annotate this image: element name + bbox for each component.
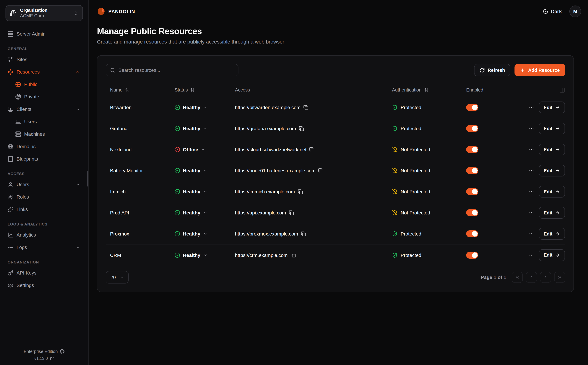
sidebar-scrollbar-thumb[interactable] bbox=[87, 171, 88, 186]
auth-status: Not Protected bbox=[392, 189, 430, 194]
sidebar-item-resources[interactable]: Resources bbox=[6, 66, 83, 78]
next-page-button[interactable] bbox=[540, 272, 551, 283]
sidebar-item-clients[interactable]: Clients bbox=[6, 103, 83, 115]
avatar[interactable]: M bbox=[569, 6, 581, 17]
enabled-toggle[interactable] bbox=[466, 104, 478, 111]
column-visibility-button[interactable] bbox=[559, 87, 565, 93]
edit-button[interactable]: Edit bbox=[539, 186, 565, 197]
resource-url[interactable]: https://cloud.schwartznetwork.net bbox=[235, 147, 307, 152]
resource-url[interactable]: https://node01.batteries.example.com bbox=[235, 168, 315, 173]
row-menu-button[interactable] bbox=[528, 168, 534, 173]
column-label: Enabled bbox=[466, 87, 483, 92]
column-header-name[interactable]: Name bbox=[106, 87, 170, 92]
resource-url[interactable]: https://grafana.example.com bbox=[235, 126, 296, 131]
sidebar-item-domains[interactable]: Domains bbox=[6, 140, 83, 152]
sidebar-item-blueprints[interactable]: Blueprints bbox=[6, 153, 83, 165]
sidebar-item-users[interactable]: Users bbox=[6, 116, 83, 127]
enabled-toggle[interactable] bbox=[466, 167, 478, 174]
copy-url-button[interactable] bbox=[299, 126, 304, 131]
status-label: Offline bbox=[183, 147, 198, 152]
brand[interactable]: PANGOLIN bbox=[97, 7, 135, 15]
status-dropdown[interactable]: Healthy bbox=[175, 189, 207, 194]
org-switcher-value: ACME Corp. bbox=[20, 13, 70, 19]
status-dropdown[interactable]: Healthy bbox=[175, 168, 207, 173]
sidebar-item-machines[interactable]: Machines bbox=[6, 128, 83, 140]
sidebar-item-label: Analytics bbox=[17, 232, 80, 238]
edit-label: Edit bbox=[544, 231, 553, 236]
resource-url[interactable]: https://proxmox.example.com bbox=[235, 231, 298, 237]
edition-label: Enterprise Edition bbox=[24, 349, 58, 354]
edition-link[interactable]: Enterprise Edition bbox=[0, 349, 88, 354]
edit-button[interactable]: Edit bbox=[539, 228, 565, 240]
edit-button[interactable]: Edit bbox=[539, 249, 565, 261]
resource-url[interactable]: https://api.example.com bbox=[235, 210, 286, 216]
sidebar-item-sites[interactable]: Sites bbox=[6, 54, 83, 65]
page-size-select[interactable]: 20 bbox=[106, 271, 129, 283]
edit-button[interactable]: Edit bbox=[539, 165, 565, 176]
enabled-toggle[interactable] bbox=[466, 188, 478, 195]
page-info: Page 1 of 1 bbox=[481, 274, 506, 280]
sidebar-item-public[interactable]: Public bbox=[6, 78, 83, 90]
copy-url-button[interactable] bbox=[309, 147, 314, 152]
edit-button[interactable]: Edit bbox=[539, 123, 565, 134]
chevron-down-icon bbox=[203, 232, 207, 236]
copy-url-button[interactable] bbox=[289, 210, 294, 215]
status-dropdown[interactable]: Healthy bbox=[175, 252, 207, 258]
arrow-right-icon bbox=[555, 210, 560, 215]
resource-url[interactable]: https://bitwarden.example.com bbox=[235, 105, 301, 110]
enabled-toggle[interactable] bbox=[466, 230, 478, 237]
status-dropdown[interactable]: Offline bbox=[175, 147, 205, 152]
copy-url-button[interactable] bbox=[301, 231, 306, 236]
sidebar-item-users[interactable]: Users bbox=[6, 179, 83, 190]
resource-url[interactable]: https://crm.example.com bbox=[235, 252, 288, 258]
first-page-button[interactable] bbox=[512, 272, 523, 283]
sidebar-item-links[interactable]: Links bbox=[6, 204, 83, 215]
row-menu-button[interactable] bbox=[528, 147, 534, 152]
status-healthy-icon bbox=[175, 231, 180, 237]
org-switcher[interactable]: Organization ACME Corp. bbox=[6, 5, 83, 21]
sidebar-item-server-admin[interactable]: Server Admin bbox=[6, 28, 83, 40]
enabled-toggle[interactable] bbox=[466, 209, 478, 216]
status-dropdown[interactable]: Healthy bbox=[175, 126, 207, 131]
table-row-nextcloud: NextcloudOfflinehttps://cloud.schwartzne… bbox=[106, 139, 565, 160]
version-link[interactable]: v1.13.0 bbox=[0, 356, 88, 361]
resource-url[interactable]: https://immich.example.com bbox=[235, 189, 295, 194]
column-header-status[interactable]: Status bbox=[170, 87, 231, 92]
enabled-toggle[interactable] bbox=[466, 252, 478, 259]
copy-url-button[interactable] bbox=[318, 168, 323, 173]
row-menu-button[interactable] bbox=[528, 189, 534, 194]
search-box bbox=[106, 64, 239, 76]
row-menu-button[interactable] bbox=[528, 126, 534, 131]
sidebar-item-private[interactable]: Private bbox=[6, 91, 83, 103]
sidebar-item-settings[interactable]: Settings bbox=[6, 279, 83, 291]
theme-toggle[interactable]: Dark bbox=[543, 9, 562, 14]
edit-button[interactable]: Edit bbox=[539, 207, 565, 218]
last-page-button[interactable] bbox=[554, 272, 565, 283]
row-menu-button[interactable] bbox=[528, 231, 534, 237]
page-size-value: 20 bbox=[110, 274, 116, 280]
sidebar-item-logs[interactable]: Logs bbox=[6, 241, 83, 253]
copy-url-button[interactable] bbox=[290, 253, 295, 258]
sidebar-item-analytics[interactable]: Analytics bbox=[6, 229, 83, 241]
edit-button[interactable]: Edit bbox=[539, 102, 565, 113]
search-input[interactable] bbox=[118, 67, 234, 73]
row-menu-button[interactable] bbox=[528, 105, 534, 110]
prev-page-button[interactable] bbox=[526, 272, 537, 283]
enabled-toggle[interactable] bbox=[466, 146, 478, 153]
add-resource-button[interactable]: Add Resource bbox=[515, 64, 565, 76]
copy-url-button[interactable] bbox=[303, 105, 308, 110]
chevrons-left-icon bbox=[515, 275, 520, 280]
enabled-toggle[interactable] bbox=[466, 125, 478, 132]
chevron-down-icon bbox=[75, 245, 80, 250]
column-header-authentication[interactable]: Authentication bbox=[388, 87, 462, 92]
copy-url-button[interactable] bbox=[298, 189, 303, 194]
refresh-button[interactable]: Refresh bbox=[474, 64, 511, 76]
status-dropdown[interactable]: Healthy bbox=[175, 210, 207, 216]
row-menu-button[interactable] bbox=[528, 252, 534, 258]
edit-button[interactable]: Edit bbox=[539, 144, 565, 155]
sidebar-item-api-keys[interactable]: API Keys bbox=[6, 267, 83, 279]
sidebar-item-roles[interactable]: Roles bbox=[6, 191, 83, 203]
row-menu-button[interactable] bbox=[528, 210, 534, 216]
status-dropdown[interactable]: Healthy bbox=[175, 105, 207, 110]
status-dropdown[interactable]: Healthy bbox=[175, 231, 207, 237]
